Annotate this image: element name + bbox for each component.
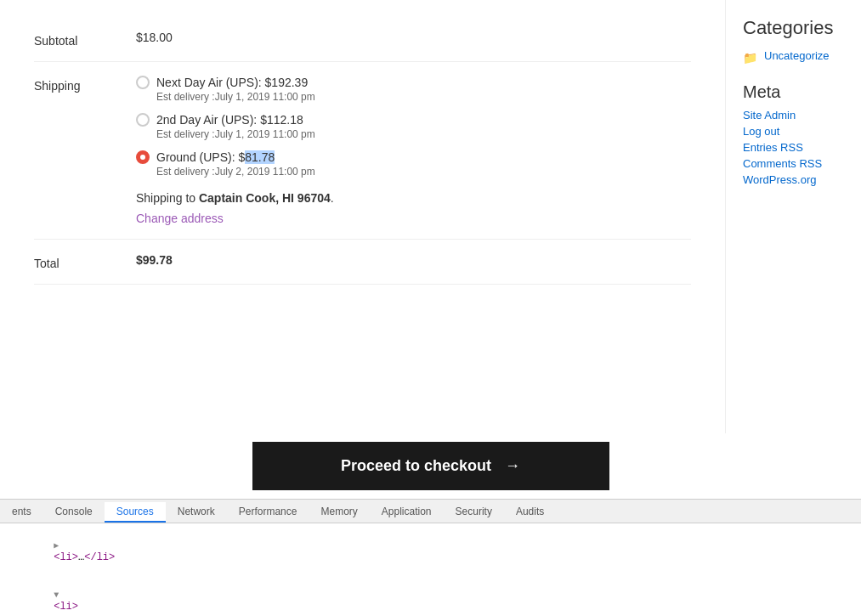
shipping-option-2[interactable]: 2nd Day Air (UPS): $112.18 Est delivery … (136, 113, 691, 140)
meta-title: Meta (743, 82, 844, 102)
category-link[interactable]: Uncategorize (764, 49, 830, 62)
cart-section: Subtotal $18.00 Shipping Next Day Air (U… (0, 0, 725, 433)
tab-application[interactable]: Application (370, 502, 444, 523)
tab-network[interactable]: Network (166, 502, 227, 523)
expand-arrow-1: ▶ (54, 541, 59, 551)
shipping-option-3-delivery: Est delivery :July 2, 2019 11:00 pm (156, 166, 691, 178)
expand-arrow-2: ▼ (54, 591, 59, 600)
tab-audits[interactable]: Audits (504, 502, 556, 523)
tab-sources[interactable]: Sources (105, 502, 166, 523)
checkout-section: Proceed to checkout → (0, 433, 861, 499)
radio-ground[interactable] (136, 150, 150, 164)
radio-next-day[interactable] (136, 76, 150, 89)
shipping-options: Next Day Air (UPS): $192.39 Est delivery… (136, 76, 691, 225)
checkout-button-label: Proceed to checkout (341, 457, 491, 475)
shipping-option-1-delivery: Est delivery :July 1, 2019 11:00 pm (156, 91, 691, 103)
subtotal-label: Subtotal (34, 31, 136, 48)
shipping-row: Shipping Next Day Air (UPS): $192.39 Est… (34, 62, 691, 240)
shipping-to: Shipping to Captain Cook, HI 96704. (136, 191, 691, 205)
shipping-option-2-delivery: Est delivery :July 1, 2019 11:00 pm (156, 128, 691, 140)
ground-price-highlight: 81.78 (245, 150, 275, 164)
categories-section: Categories 📁 Uncategorize (743, 17, 844, 65)
categories-title: Categories (743, 17, 844, 39)
meta-section: Meta Site Admin Log out Entries RSS Comm… (743, 82, 844, 186)
total-label: Total (34, 253, 136, 270)
shipping-option-1[interactable]: Next Day Air (UPS): $192.39 Est delivery… (136, 76, 691, 103)
checkout-button[interactable]: Proceed to checkout → (252, 442, 609, 490)
radio-2nd-day[interactable] (136, 113, 150, 127)
wordpress-org-link[interactable]: WordPress.org (743, 173, 844, 186)
devtools-panel: ents Console Sources Network Performance… (0, 499, 861, 616)
tab-console[interactable]: Console (43, 502, 105, 523)
subtotal-row: Subtotal $18.00 (34, 17, 691, 62)
devtools-code-content: ▶ <li>…</li> ▼ <li> <input type="radio" … (0, 523, 861, 616)
subtotal-value: $18.00 (136, 31, 691, 44)
shipping-address: Captain Cook, HI 96704 (199, 191, 331, 205)
right-sidebar: Categories 📁 Uncategorize Meta Site Admi… (725, 0, 861, 433)
shipping-option-3-label: Ground (UPS): $81.78 (156, 150, 275, 164)
comments-rss-link[interactable]: Comments RSS (743, 157, 844, 170)
code-line-1: ▶ <li>…</li> (0, 527, 861, 576)
shipping-label: Shipping (34, 76, 136, 93)
shipping-option-1-label: Next Day Air (UPS): $192.39 (156, 76, 308, 89)
tab-performance[interactable]: Performance (227, 502, 309, 523)
tab-elements[interactable]: ents (0, 502, 43, 523)
entries-rss-link[interactable]: Entries RSS (743, 141, 844, 154)
total-value: $99.78 (136, 253, 691, 267)
folder-icon: 📁 (743, 51, 757, 65)
checkout-arrow-icon: → (505, 457, 520, 475)
tab-security[interactable]: Security (444, 502, 504, 523)
devtools-tabs: ents Console Sources Network Performance… (0, 500, 861, 523)
code-line-2: ▼ <li> (0, 576, 861, 616)
shipping-option-3[interactable]: Ground (UPS): $81.78 Est delivery :July … (136, 150, 691, 178)
change-address-link[interactable]: Change address (136, 212, 691, 225)
site-admin-link[interactable]: Site Admin (743, 109, 844, 122)
tab-memory[interactable]: Memory (309, 502, 369, 523)
total-row: Total $99.78 (34, 240, 691, 285)
shipping-option-2-label: 2nd Day Air (UPS): $112.18 (156, 113, 303, 127)
cart-table: Subtotal $18.00 Shipping Next Day Air (U… (34, 17, 691, 285)
log-out-link[interactable]: Log out (743, 125, 844, 138)
